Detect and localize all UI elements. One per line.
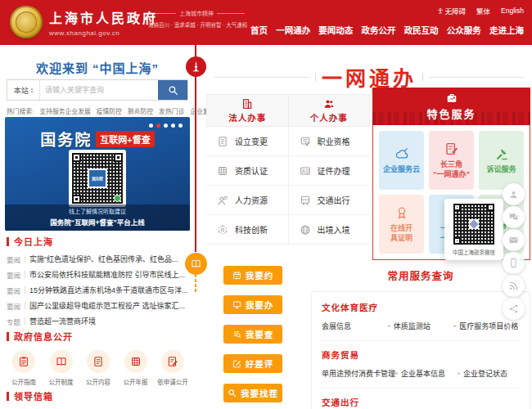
featured-services-header: 特色服务 bbox=[372, 88, 530, 125]
banner-title-row: 国务院 互联网+督查 bbox=[5, 128, 190, 150]
news-tag: 要闻 bbox=[7, 301, 20, 311]
list-item-human-resources[interactable]: 人力资源 bbox=[206, 186, 288, 215]
search-icon bbox=[168, 85, 178, 96]
hot-search-row: 热门搜索: 支持服务企业发展 疫情防控 肺炎防控 发热门诊 企业复工 bbox=[7, 106, 193, 115]
service-link[interactable]: 企业登记状态 bbox=[458, 368, 520, 379]
service-lists: 设立变更 资质认证 人力资源 科技创新 职业资格 证件办理 bbox=[206, 127, 370, 245]
float-mail-button[interactable] bbox=[503, 229, 525, 251]
common-services-title: 常用服务查询 bbox=[311, 267, 530, 283]
hot-word[interactable]: 肺炎防控 bbox=[128, 106, 153, 115]
book-icon bbox=[56, 356, 67, 367]
gov-info-item-annual-report[interactable]: 公开年报 bbox=[119, 350, 153, 386]
news-item[interactable]: 专题 营造超一流营商环境 bbox=[7, 317, 190, 326]
service-link[interactable]: 会展信息 bbox=[322, 321, 388, 331]
carousel-banner[interactable]: 国务院 互联网+督查 国务院 线上了解情况听取建议 国务院“互联网+督查”平台上… bbox=[5, 117, 190, 231]
gavel-icon bbox=[494, 146, 509, 161]
rss-icon bbox=[508, 281, 519, 291]
nav-one-stop-service[interactable]: 一网通办 bbox=[276, 24, 310, 36]
float-chat-button[interactable] bbox=[503, 206, 525, 228]
tile-litigation-services[interactable]: 诉讼服务 bbox=[479, 131, 524, 190]
action-find-fault[interactable]: 我要找茬 bbox=[223, 384, 282, 402]
nav-interaction[interactable]: 政民互动 bbox=[404, 24, 439, 36]
timeline-services-marker bbox=[185, 253, 207, 275]
person-chat-icon bbox=[217, 195, 228, 206]
service-link[interactable]: 企业基本信息 bbox=[395, 368, 458, 379]
list-item-transportation[interactable]: 交通出行 bbox=[289, 186, 371, 215]
document-icon bbox=[92, 356, 104, 367]
nav-news[interactable]: 要闻动态 bbox=[318, 24, 353, 36]
tile-yangtze-delta-one-stop[interactable]: 长三角 “一网通办” bbox=[429, 131, 474, 190]
smartphone-icon bbox=[508, 258, 519, 268]
nav-public-services[interactable]: 公众服务 bbox=[447, 24, 481, 36]
tile-enterprise-service-cloud[interactable]: 企业服务云 bbox=[379, 131, 424, 190]
corporate-service-list: 设立变更 资质认证 人力资源 科技创新 bbox=[206, 127, 289, 245]
action-book-appointment[interactable]: 我要约 bbox=[223, 266, 282, 285]
traditional-chinese-link[interactable]: 繁体 bbox=[476, 6, 490, 16]
service-group-business-trade: 商务贸易 单用途预付消费卡管理 企业基本信息 企业登记状态 bbox=[322, 341, 520, 389]
gov-emblem-logo[interactable] bbox=[10, 6, 43, 38]
hot-word[interactable]: 支持服务企业发展 bbox=[39, 106, 90, 115]
hot-word[interactable]: 疫情防控 bbox=[97, 106, 122, 115]
accessibility-label: 无障碍 bbox=[445, 6, 467, 16]
pencil-square-icon bbox=[232, 359, 241, 368]
english-link[interactable]: English bbox=[501, 7, 524, 15]
tile-online-certificates[interactable]: 在线开 具证明 bbox=[379, 195, 424, 254]
gov-info-item-content[interactable]: 公开内容 bbox=[81, 350, 115, 386]
nav-gov-disclosure[interactable]: 政务公开 bbox=[361, 24, 395, 36]
list-item-establish-change[interactable]: 设立变更 bbox=[206, 127, 288, 156]
calendar-check-icon bbox=[232, 271, 241, 280]
leader-mailbox-section[interactable]: 领导信箱 bbox=[7, 389, 190, 402]
action-handle-online[interactable]: 我要办 bbox=[223, 295, 282, 314]
action-query[interactable]: 我要查 bbox=[223, 325, 282, 344]
wechat-qr-caption: 中国上海政务微信 bbox=[449, 248, 498, 256]
accessibility-link[interactable]: 无障碍 bbox=[437, 6, 467, 16]
search-scope-value: 本站 bbox=[14, 85, 29, 96]
gov-info-item-on-request[interactable]: 依申请公开 bbox=[156, 350, 190, 386]
search-button[interactable] bbox=[158, 80, 187, 100]
gov-info-heading: 政府信息公开 bbox=[7, 330, 190, 343]
tab-personal-services[interactable]: 个人办事 bbox=[289, 94, 371, 127]
document-search-icon bbox=[232, 330, 241, 339]
nav-home[interactable]: 首页 bbox=[250, 24, 268, 36]
site-header: 上海市人民政府 www.shanghai.gov.cn 上海城市精神 海纳百川 … bbox=[0, 0, 532, 45]
gov-info-item-guide[interactable]: 公开指南 bbox=[7, 350, 41, 386]
banner-caption-line1: 线上了解情况听取建议 bbox=[5, 207, 190, 215]
quick-action-buttons: 我要约 我要办 我要查 好差评 我要找茬 bbox=[223, 266, 282, 402]
news-item[interactable]: 要闻 实施“红色遗址保护、红色基因传承、红色品... bbox=[7, 254, 190, 263]
news-item[interactable]: 要闻 15分钟铁路直达浦东机场4条干道联通市区与洋... bbox=[7, 285, 190, 294]
nav-about-shanghai[interactable]: 走进上海 bbox=[489, 24, 524, 36]
action-rate-service[interactable]: 好差评 bbox=[223, 354, 282, 373]
magnifier-icon bbox=[228, 389, 237, 398]
list-item-entry-exit[interactable]: 出境入境 bbox=[289, 215, 371, 245]
float-user-button[interactable] bbox=[503, 183, 525, 205]
common-services-card: 文化体育医疗 会展信息 体质监测站 医疗服务项目价格 商务贸易 单用途预付消费卡… bbox=[311, 291, 530, 409]
list-item-id-documents[interactable]: 证件办理 bbox=[289, 156, 371, 186]
monitor-icon bbox=[232, 300, 241, 309]
float-share-button[interactable] bbox=[503, 298, 525, 320]
float-mobile-button[interactable] bbox=[503, 252, 525, 274]
chevron-updown-icon: ▴▾ bbox=[31, 87, 34, 93]
site-identity[interactable]: 上海市人民政府 www.shanghai.gov.cn bbox=[49, 7, 158, 37]
pen-document-icon bbox=[167, 356, 178, 367]
list-item-qualification-cert[interactable]: 资质认证 bbox=[206, 156, 288, 186]
news-item[interactable]: 要闻 国产公里级超导电缆示范工程投产 选址徐家汇... bbox=[7, 301, 190, 310]
service-link[interactable]: 医疗服务项目价格 bbox=[453, 321, 520, 331]
news-headline: 15分钟铁路直达浦东机场4条干道联通市区与洋... bbox=[29, 285, 188, 295]
list-item-professional-qualification[interactable]: 职业资格 bbox=[289, 127, 371, 156]
list-item-tech-innovation[interactable]: 科技创新 bbox=[206, 215, 288, 245]
search-bar: 本站 ▴▾ bbox=[7, 79, 188, 101]
news-item[interactable]: 要闻 市公安局依托科技赋能精准防控 引导市民线上... bbox=[7, 270, 190, 279]
tab-corporate-services[interactable]: 法人办事 bbox=[206, 94, 289, 127]
globe-icon bbox=[300, 224, 311, 236]
service-link[interactable]: 体质监测站 bbox=[388, 321, 454, 331]
service-link[interactable]: 单用途预付消费卡管理 bbox=[322, 368, 395, 379]
banner-qr-center-logo: 国务院 bbox=[88, 169, 107, 188]
atom-icon bbox=[217, 224, 228, 236]
news-headline: 市公安局依托科技赋能精准防控 引导市民线上... bbox=[29, 269, 185, 280]
gov-info-item-rules[interactable]: 公开制度 bbox=[44, 350, 79, 386]
search-scope-select[interactable]: 本站 ▴▾ bbox=[7, 80, 40, 100]
banner-qr-code: 国务院 bbox=[72, 153, 123, 204]
float-rss-button[interactable] bbox=[503, 275, 525, 297]
hot-word[interactable]: 发热门诊 bbox=[159, 106, 184, 115]
search-input[interactable] bbox=[40, 80, 158, 100]
